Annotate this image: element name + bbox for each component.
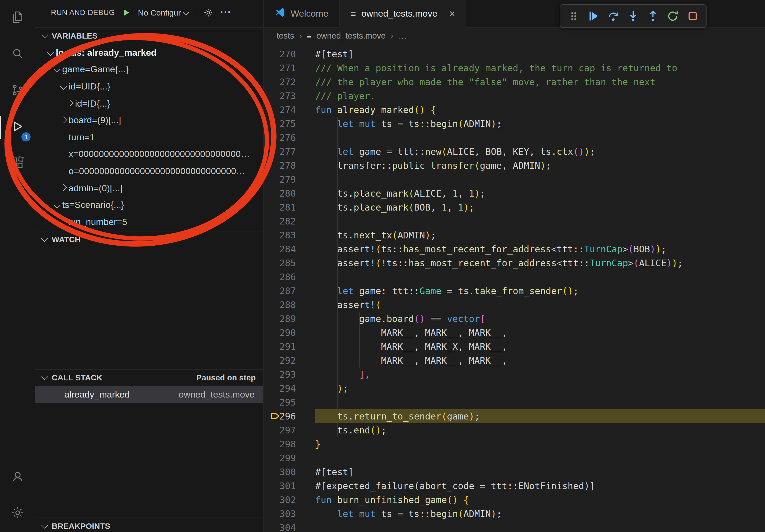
debug-settings-gear-icon[interactable]	[203, 7, 213, 17]
breadcrumb-more[interactable]: …	[398, 31, 406, 41]
activitybar-explorer[interactable]	[0, 0, 35, 36]
code-text[interactable]: let game: ttt::Game = ts.take_from_sende…	[315, 284, 765, 298]
line-number[interactable]: 287	[264, 284, 315, 298]
code-text[interactable]: transfer::public_transfer(game, ADMIN);	[315, 158, 765, 172]
tab-welcome[interactable]: Welcome	[264, 0, 340, 27]
variable-row-ts[interactable]: ts = Scenario{...}	[35, 197, 263, 214]
line-number[interactable]: 274	[264, 103, 315, 117]
line-number[interactable]: 294	[264, 382, 315, 396]
code-text[interactable]: ts.end();	[315, 423, 765, 437]
variable-row-board[interactable]: board = (9)[...]	[35, 112, 263, 129]
line-number[interactable]: 304	[264, 521, 315, 532]
activitybar-accounts[interactable]	[0, 459, 35, 496]
line-number[interactable]: 272	[264, 75, 315, 89]
line-number[interactable]: 276	[264, 131, 315, 145]
line-number[interactable]: 279	[264, 172, 315, 186]
variable-row-id[interactable]: id = UID{...}	[35, 78, 263, 95]
variable-row-admin[interactable]: admin = (0)[...]	[35, 180, 263, 197]
code-text[interactable]: assert!(	[315, 298, 765, 312]
chevron-down-icon[interactable]	[46, 51, 56, 55]
code-text[interactable]	[315, 396, 765, 409]
code-text[interactable]: fun burn_unfinished_game() {	[315, 493, 765, 507]
code-editor[interactable]: 270#[test]271/// When a position is alre…	[264, 44, 765, 532]
code-text[interactable]: assert!(!ts::has_most_recent_for_address…	[315, 256, 765, 270]
call-stack-frame[interactable]: already_marked owned_tests.move	[35, 386, 263, 403]
toolbar-drag-handle[interactable]	[565, 8, 582, 24]
line-number[interactable]: 280	[264, 186, 315, 200]
code-text[interactable]: game.board() == vector[	[315, 312, 765, 326]
step-over-button[interactable]	[605, 8, 621, 24]
code-text[interactable]: /// player.	[315, 89, 765, 103]
line-number[interactable]: 284	[264, 242, 315, 256]
line-number[interactable]: 289	[264, 312, 315, 326]
close-tab-icon[interactable]: ×	[449, 9, 455, 19]
code-text[interactable]: let mut ts = ts::begin(ADMIN);	[315, 507, 765, 521]
call-stack-section-header[interactable]: CALL STACK Paused on step	[35, 369, 263, 385]
breadcrumb-tests[interactable]: tests	[277, 31, 294, 41]
activitybar-source-control[interactable]	[0, 73, 35, 109]
code-text[interactable]: #[test]	[315, 47, 765, 61]
variable-row-locals--already_marked[interactable]: locals: already_marked	[35, 45, 263, 61]
line-number[interactable]: 292	[264, 354, 315, 368]
variable-row-turn[interactable]: turn = 1	[35, 129, 263, 146]
code-text[interactable]	[315, 270, 765, 284]
line-number[interactable]: 277	[264, 145, 315, 158]
variable-row-txn_number[interactable]: txn_number = 5	[35, 214, 263, 231]
line-number[interactable]: 301	[264, 479, 315, 493]
code-text[interactable]: /// the player who made the "false" move…	[315, 75, 765, 89]
code-text[interactable]: ts.return_to_sender(game);	[315, 409, 765, 423]
code-text[interactable]: #[test]	[315, 465, 765, 479]
start-debugging-button[interactable]	[122, 8, 131, 17]
chevron-right-icon[interactable]	[58, 186, 69, 191]
step-into-button[interactable]	[625, 8, 641, 24]
code-text[interactable]: ],	[315, 368, 765, 382]
code-text[interactable]	[315, 214, 765, 228]
code-text[interactable]	[315, 521, 765, 532]
variable-row-game[interactable]: game = Game{...}	[35, 61, 263, 78]
chevron-right-icon[interactable]	[65, 102, 75, 106]
line-number[interactable]: 286	[264, 270, 315, 284]
code-text[interactable]: fun already_marked() {	[315, 103, 765, 117]
watch-section-header[interactable]: WATCH	[35, 231, 263, 247]
restart-button[interactable]	[665, 8, 681, 24]
code-text[interactable]: MARK__, MARK__, MARK__,	[315, 326, 765, 340]
chevron-down-icon[interactable]	[58, 84, 69, 89]
stop-button[interactable]	[685, 8, 701, 24]
line-number[interactable]: 296	[264, 409, 315, 423]
line-number[interactable]: 297	[264, 423, 315, 437]
line-number[interactable]: 283	[264, 228, 315, 242]
line-number[interactable]: 299	[264, 451, 315, 465]
line-number[interactable]: 295	[264, 396, 315, 409]
line-number[interactable]: 278	[264, 158, 315, 172]
activitybar-search[interactable]	[0, 36, 35, 73]
activitybar-extensions[interactable]	[0, 146, 35, 182]
line-number[interactable]: 281	[264, 200, 315, 214]
code-text[interactable]	[315, 131, 765, 145]
code-text[interactable]: ts.place_mark(BOB, 1, 1);	[315, 200, 765, 214]
line-number[interactable]: 282	[264, 214, 315, 228]
line-number[interactable]: 291	[264, 340, 315, 354]
code-text[interactable]	[315, 451, 765, 465]
step-out-button[interactable]	[645, 8, 661, 24]
debug-config-dropdown[interactable]: No Configur	[138, 8, 189, 17]
line-number[interactable]: 270	[264, 47, 315, 61]
line-number[interactable]: 273	[264, 89, 315, 103]
line-number[interactable]: 285	[264, 256, 315, 270]
more-actions-icon[interactable]: ···	[220, 8, 232, 17]
line-number[interactable]: 288	[264, 298, 315, 312]
line-number[interactable]: 298	[264, 437, 315, 451]
variable-row-id[interactable]: id = ID{...}	[35, 95, 263, 112]
code-text[interactable]: }	[315, 437, 765, 451]
breakpoints-section-header[interactable]: BREAKPOINTS	[35, 518, 263, 532]
code-text[interactable]: ts.next_tx(ADMIN);	[315, 228, 765, 242]
variable-row-x[interactable]: x = 00000000000000000000000000000000…	[35, 146, 263, 163]
code-text[interactable]: MARK__, MARK_X, MARK__,	[315, 340, 765, 354]
code-text[interactable]: assert!(ts::has_most_recent_for_address<…	[315, 242, 765, 256]
line-number[interactable]: 300	[264, 465, 315, 479]
breadcrumb-file[interactable]: owned_tests.move	[316, 31, 386, 41]
line-number[interactable]: 271	[264, 61, 315, 75]
chevron-right-icon[interactable]	[58, 119, 69, 123]
code-text[interactable]	[315, 172, 765, 186]
activitybar-run-and-debug[interactable]: 1	[0, 109, 35, 146]
tab-owned-tests-move[interactable]: ≡ owned_tests.move ×	[340, 0, 466, 28]
